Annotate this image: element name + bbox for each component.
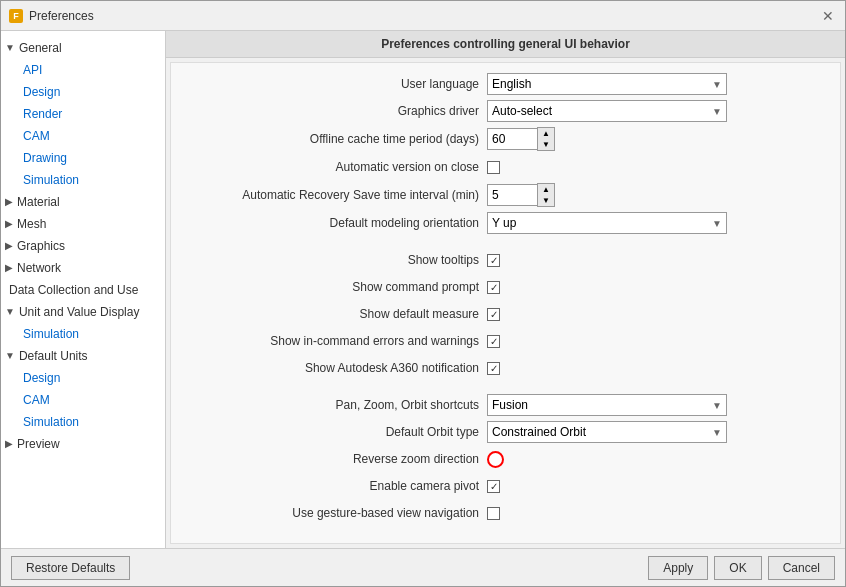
auto-recovery-input[interactable] <box>487 184 537 206</box>
sidebar-item-preview[interactable]: ▶ Preview <box>1 433 165 455</box>
sidebar-item-cam-child[interactable]: CAM <box>1 125 165 147</box>
user-language-dropdown[interactable]: English ▼ <box>487 73 727 95</box>
ok-button[interactable]: OK <box>714 556 761 580</box>
reverse-zoom-checkbox[interactable] <box>487 451 504 468</box>
sidebar-item-unit-value[interactable]: ▼ Unit and Value Display <box>1 301 165 323</box>
window-title: Preferences <box>29 9 94 23</box>
restore-defaults-button[interactable]: Restore Defaults <box>11 556 130 580</box>
default-modeling-label: Default modeling orientation <box>187 216 487 230</box>
show-errors-label: Show in-command errors and warnings <box>187 334 487 348</box>
chevron-icon: ▶ <box>5 435 13 453</box>
sidebar-item-drawing[interactable]: Drawing <box>1 147 165 169</box>
chevron-icon: ▼ <box>5 39 15 57</box>
app-icon: F <box>9 9 23 23</box>
enable-camera-label: Enable camera pivot <box>187 479 487 493</box>
sidebar-item-simulation3[interactable]: Simulation <box>1 411 165 433</box>
panel-body: User language English ▼ Graphics driver … <box>170 62 841 544</box>
offline-cache-spinner[interactable]: ▲ ▼ <box>487 127 555 151</box>
reverse-zoom-row: Reverse zoom direction <box>187 448 824 470</box>
sidebar-item-graphics[interactable]: ▶ Graphics <box>1 235 165 257</box>
use-gesture-row: Use gesture-based view navigation <box>187 502 824 524</box>
chevron-icon: ▶ <box>5 259 13 277</box>
sidebar-item-mesh[interactable]: ▶ Mesh <box>1 213 165 235</box>
preferences-window: F Preferences ✕ ▼ General API Design Ren… <box>0 0 846 587</box>
user-language-label: User language <box>187 77 487 91</box>
chevron-icon: ▼ <box>5 347 15 365</box>
show-default-label: Show default measure <box>187 307 487 321</box>
show-default-checkbox[interactable] <box>487 308 500 321</box>
sidebar-item-simulation[interactable]: Simulation <box>1 169 165 191</box>
graphics-driver-dropdown[interactable]: Auto-select ▼ <box>487 100 727 122</box>
show-a360-label: Show Autodesk A360 notification <box>187 361 487 375</box>
sidebar-item-general[interactable]: ▼ General <box>1 37 165 59</box>
chevron-icon: ▶ <box>5 193 13 211</box>
show-command-label: Show command prompt <box>187 280 487 294</box>
pan-zoom-dropdown[interactable]: Fusion ▼ <box>487 394 727 416</box>
cancel-button[interactable]: Cancel <box>768 556 835 580</box>
sidebar-label-general: General <box>19 39 62 57</box>
show-command-row: Show command prompt <box>187 276 824 298</box>
sidebar-item-data-collection[interactable]: Data Collection and Use <box>1 279 165 301</box>
offline-cache-label: Offline cache time period (days) <box>187 132 487 146</box>
main-content: ▼ General API Design Render CAM Drawing … <box>1 31 845 548</box>
graphics-driver-control: Auto-select ▼ <box>487 100 824 122</box>
use-gesture-label: Use gesture-based view navigation <box>187 506 487 520</box>
sidebar-item-api[interactable]: API <box>1 59 165 81</box>
chevron-icon: ▶ <box>5 237 13 255</box>
apply-button[interactable]: Apply <box>648 556 708 580</box>
show-errors-control <box>487 335 824 348</box>
spinner-down-button[interactable]: ▼ <box>538 195 554 206</box>
default-modeling-dropdown[interactable]: Y up ▼ <box>487 212 727 234</box>
auto-recovery-row: Automatic Recovery Save time interval (m… <box>187 183 824 207</box>
default-orbit-dropdown[interactable]: Constrained Orbit ▼ <box>487 421 727 443</box>
auto-version-row: Automatic version on close <box>187 156 824 178</box>
auto-recovery-control: ▲ ▼ <box>487 183 824 207</box>
auto-recovery-label: Automatic Recovery Save time interval (m… <box>187 188 487 202</box>
sidebar-item-design2[interactable]: Design <box>1 367 165 389</box>
dropdown-arrow-icon: ▼ <box>712 218 722 229</box>
show-a360-checkbox[interactable] <box>487 362 500 375</box>
sidebar-item-simulation2[interactable]: Simulation <box>1 323 165 345</box>
sidebar-item-network[interactable]: ▶ Network <box>1 257 165 279</box>
show-errors-checkbox[interactable] <box>487 335 500 348</box>
sidebar-item-material[interactable]: ▶ Material <box>1 191 165 213</box>
use-gesture-checkbox[interactable] <box>487 507 500 520</box>
offline-cache-control: ▲ ▼ <box>487 127 824 151</box>
chevron-icon: ▶ <box>5 215 13 233</box>
sidebar-item-design[interactable]: Design <box>1 81 165 103</box>
pan-zoom-control: Fusion ▼ <box>487 394 824 416</box>
show-command-control <box>487 281 824 294</box>
sidebar: ▼ General API Design Render CAM Drawing … <box>1 31 166 548</box>
enable-camera-control <box>487 480 824 493</box>
show-a360-row: Show Autodesk A360 notification <box>187 357 824 379</box>
dropdown-arrow-icon: ▼ <box>712 79 722 90</box>
sidebar-item-default-units[interactable]: ▼ Default Units <box>1 345 165 367</box>
sidebar-item-cam[interactable]: CAM <box>1 389 165 411</box>
graphics-driver-label: Graphics driver <box>187 104 487 118</box>
spinner-buttons: ▲ ▼ <box>537 183 555 207</box>
title-bar-left: F Preferences <box>9 9 94 23</box>
spinner-buttons: ▲ ▼ <box>537 127 555 151</box>
enable-camera-checkbox[interactable] <box>487 480 500 493</box>
show-command-checkbox[interactable] <box>487 281 500 294</box>
show-tooltips-label: Show tooltips <box>187 253 487 267</box>
reverse-zoom-control <box>487 451 824 468</box>
show-tooltips-checkbox[interactable] <box>487 254 500 267</box>
sidebar-item-render[interactable]: Render <box>1 103 165 125</box>
spinner-up-button[interactable]: ▲ <box>538 128 554 139</box>
default-modeling-row: Default modeling orientation Y up ▼ <box>187 212 824 234</box>
user-language-control: English ▼ <box>487 73 824 95</box>
chevron-icon: ▼ <box>5 303 15 321</box>
show-tooltips-control <box>487 254 824 267</box>
spinner-up-button[interactable]: ▲ <box>538 184 554 195</box>
close-button[interactable]: ✕ <box>819 7 837 25</box>
spinner-down-button[interactable]: ▼ <box>538 139 554 150</box>
footer-right: Apply OK Cancel <box>648 556 835 580</box>
use-gesture-control <box>487 507 824 520</box>
default-orbit-label: Default Orbit type <box>187 425 487 439</box>
offline-cache-input[interactable] <box>487 128 537 150</box>
auto-recovery-spinner[interactable]: ▲ ▼ <box>487 183 555 207</box>
enable-camera-row: Enable camera pivot <box>187 475 824 497</box>
auto-version-checkbox[interactable] <box>487 161 500 174</box>
reverse-zoom-label: Reverse zoom direction <box>187 452 487 466</box>
